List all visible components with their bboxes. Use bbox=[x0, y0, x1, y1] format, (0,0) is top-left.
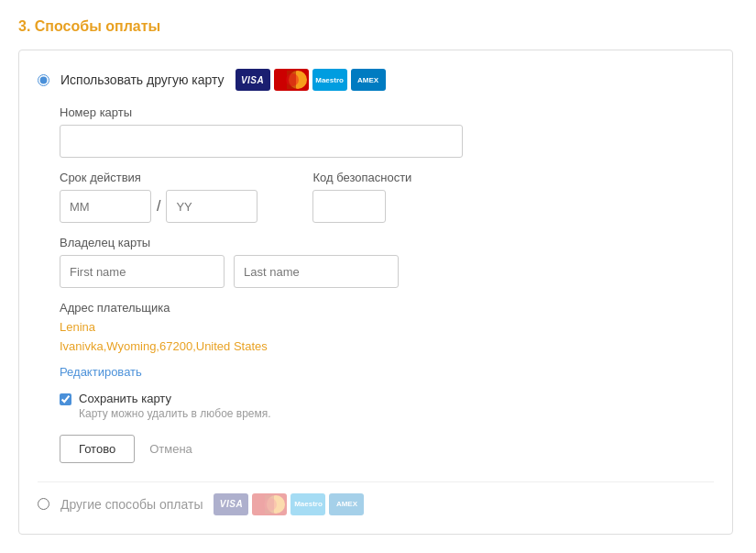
card-number-label: Номер карты bbox=[60, 105, 714, 119]
other-visa-icon: VISA bbox=[214, 493, 248, 515]
other-payment-row: Другие способы оплаты VISA Maestro AMEX bbox=[38, 493, 714, 515]
use-another-card-row: Использовать другую карту VISA Maestro A… bbox=[38, 69, 714, 91]
done-button[interactable]: Готово bbox=[60, 435, 135, 463]
other-payment-label[interactable]: Другие способы оплаты bbox=[60, 497, 203, 512]
other-amex-icon: AMEX bbox=[329, 493, 364, 515]
use-another-card-label[interactable]: Использовать другую карту bbox=[60, 72, 225, 87]
expiry-mm-input[interactable] bbox=[60, 190, 151, 223]
mastercard-icon bbox=[274, 69, 309, 91]
other-maestro-icon: Maestro bbox=[290, 493, 325, 515]
expiry-row: / bbox=[60, 190, 257, 223]
save-card-group: Сохранить карту Карту можно удалить в лю… bbox=[60, 392, 714, 420]
billing-label: Адрес плательщика bbox=[60, 301, 714, 315]
visa-icon: VISA bbox=[236, 69, 270, 91]
cardholder-row bbox=[60, 255, 714, 288]
other-mastercard-icon bbox=[252, 493, 287, 515]
expiry-separator: / bbox=[151, 198, 166, 215]
last-name-input[interactable] bbox=[234, 255, 399, 288]
maestro-icon: Maestro bbox=[312, 69, 347, 91]
save-card-label: Сохранить карту bbox=[79, 392, 271, 405]
cvv-group: Код безопасности bbox=[312, 171, 411, 223]
action-row: Готово Отмена bbox=[60, 435, 714, 463]
cardholder-group: Владелец карты bbox=[60, 236, 714, 288]
edit-address-link[interactable]: Редактировать bbox=[60, 365, 142, 379]
cvv-input[interactable] bbox=[312, 190, 386, 223]
section-title: 3. Способы оплаты bbox=[18, 18, 738, 35]
other-payment-radio[interactable] bbox=[38, 498, 49, 510]
billing-group: Адрес плательщика Lenina Ivanivka,Wyomin… bbox=[60, 301, 714, 357]
billing-address: Lenina Ivanivka,Wyoming,67200,United Sta… bbox=[60, 318, 714, 357]
cancel-button[interactable]: Отмена bbox=[149, 442, 192, 456]
billing-line2: Ivanivka,Wyoming,67200,United States bbox=[60, 337, 714, 357]
save-card-text-group: Сохранить карту Карту можно удалить в лю… bbox=[79, 392, 271, 420]
expiry-yy-input[interactable] bbox=[166, 190, 257, 223]
divider bbox=[38, 481, 714, 482]
expiry-cvv-group: Срок действия / Код безопасности bbox=[60, 171, 714, 223]
cvv-label: Код безопасности bbox=[312, 171, 411, 184]
card-icons-row: VISA Maestro AMEX bbox=[236, 69, 386, 91]
first-name-input[interactable] bbox=[60, 255, 225, 288]
other-card-icons: VISA Maestro AMEX bbox=[214, 493, 364, 515]
billing-line1: Lenina bbox=[60, 318, 714, 337]
card-number-input[interactable] bbox=[60, 125, 463, 158]
card-number-group: Номер карты bbox=[60, 105, 714, 158]
save-card-hint: Карту можно удалить в любое время. bbox=[79, 407, 271, 420]
amex-icon: AMEX bbox=[351, 69, 386, 91]
use-another-card-radio[interactable] bbox=[38, 74, 49, 86]
save-card-checkbox[interactable] bbox=[60, 393, 71, 405]
expiry-label: Срок действия bbox=[60, 171, 257, 184]
expiry-group: Срок действия / bbox=[60, 171, 257, 223]
cardholder-label: Владелец карты bbox=[60, 236, 714, 249]
payment-section: Использовать другую карту VISA Maestro A… bbox=[18, 50, 733, 535]
